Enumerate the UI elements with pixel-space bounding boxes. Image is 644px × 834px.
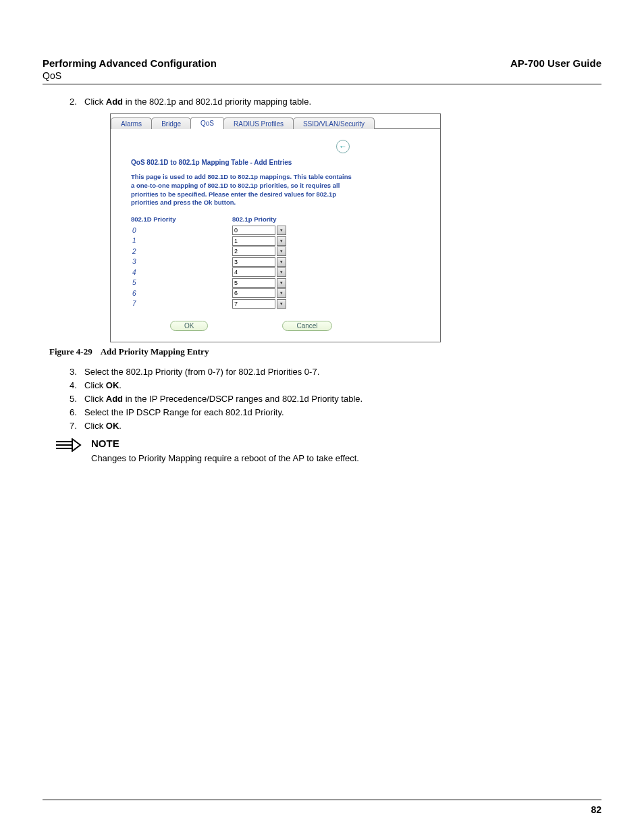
tab-ssid-vlan-security[interactable]: SSID/VLAN/Security — [293, 118, 375, 129]
priority-row: 6 ▾ — [131, 288, 420, 298]
dropdown-icon[interactable]: ▾ — [277, 236, 286, 246]
priority-1p-input[interactable] — [232, 257, 275, 267]
panel-title: QoS 802.1D to 802.1p Mapping Table - Add… — [131, 159, 420, 166]
priority-1p-input[interactable] — [232, 288, 275, 298]
priority-row: 4 ▾ — [131, 267, 420, 277]
tab-qos[interactable]: QoS — [190, 117, 224, 129]
note-heading: NOTE — [91, 438, 359, 449]
priority-1d-value: 1 — [131, 237, 232, 244]
subsection: QoS — [43, 70, 601, 81]
priority-1d-value: 4 — [131, 269, 232, 276]
priority-row: 2 ▾ — [131, 246, 420, 256]
step-3: 3.Select the 802.1p Priority (from 0-7) … — [70, 367, 601, 377]
dropdown-icon[interactable]: ▾ — [277, 267, 286, 277]
guide-title: AP-700 User Guide — [510, 57, 601, 69]
back-icon[interactable]: ← — [336, 140, 350, 153]
header-rule — [43, 84, 601, 84]
panel-description: This page is used to add 802.1D to 802.1… — [131, 173, 354, 207]
priority-1d-value: 6 — [131, 290, 232, 297]
priority-1p-input[interactable] — [232, 299, 275, 309]
priority-1d-value: 2 — [131, 248, 232, 255]
priority-1d-value: 7 — [131, 300, 232, 307]
priority-row: 1 ▾ — [131, 236, 420, 246]
tab-alarms[interactable]: Alarms — [111, 118, 152, 129]
tab-bar: Alarms Bridge QoS RADIUS Profiles SSID/V… — [111, 114, 440, 129]
dropdown-icon[interactable]: ▾ — [277, 257, 286, 267]
dropdown-icon[interactable]: ▾ — [277, 278, 286, 288]
note-block: NOTE Changes to Priority Mapping require… — [55, 438, 601, 463]
page-number: 82 — [43, 800, 601, 815]
col-header-1p: 802.1p Priority — [232, 215, 313, 223]
step-4: 4.Click OK. — [70, 380, 601, 390]
step-list-top: 2.Click Add in the 802.1p and 802.1d pri… — [43, 97, 601, 107]
priority-1d-value: 3 — [131, 258, 232, 265]
priority-row: 0 ▾ — [131, 226, 420, 235]
dropdown-icon[interactable]: ▾ — [277, 288, 286, 298]
priority-1p-input[interactable] — [232, 246, 275, 256]
dropdown-icon[interactable]: ▾ — [277, 226, 286, 235]
priority-1d-value: 5 — [131, 279, 232, 286]
section-title: Performing Advanced Configuration — [43, 57, 217, 69]
svg-marker-3 — [72, 439, 80, 451]
figure-caption: Figure 4-29Add Priority Mapping Entry — [49, 346, 601, 357]
priority-1p-input[interactable] — [232, 226, 275, 235]
step-7: 7.Click OK. — [70, 421, 601, 431]
priority-1p-input[interactable] — [232, 278, 275, 288]
priority-row: 5 ▾ — [131, 278, 420, 288]
screenshot-panel: Alarms Bridge QoS RADIUS Profiles SSID/V… — [110, 113, 441, 342]
priority-row: 3 ▾ — [131, 257, 420, 267]
priority-1d-value: 0 — [131, 227, 232, 234]
ok-button[interactable]: OK — [170, 321, 208, 331]
note-body: Changes to Priority Mapping require a re… — [91, 453, 359, 463]
priority-1p-input[interactable] — [232, 236, 275, 246]
step-list-bottom: 3.Select the 802.1p Priority (from 0-7) … — [43, 367, 601, 431]
col-header-1d: 802.1D Priority — [131, 215, 232, 223]
dropdown-icon[interactable]: ▾ — [277, 299, 286, 309]
priority-1p-input[interactable] — [232, 267, 275, 277]
tab-bridge[interactable]: Bridge — [151, 118, 191, 129]
step-2: 2.Click Add in the 802.1p and 802.1d pri… — [70, 97, 601, 107]
cancel-button[interactable]: Cancel — [282, 321, 331, 331]
tab-radius-profiles[interactable]: RADIUS Profiles — [223, 118, 294, 129]
dropdown-icon[interactable]: ▾ — [277, 246, 286, 256]
step-6: 6.Select the IP DSCP Range for each 802.… — [70, 407, 601, 417]
step-5: 5.Click Add in the IP Precedence/DSCP ra… — [70, 394, 601, 404]
priority-row: 7 ▾ — [131, 299, 420, 309]
note-arrow-icon — [55, 438, 82, 452]
